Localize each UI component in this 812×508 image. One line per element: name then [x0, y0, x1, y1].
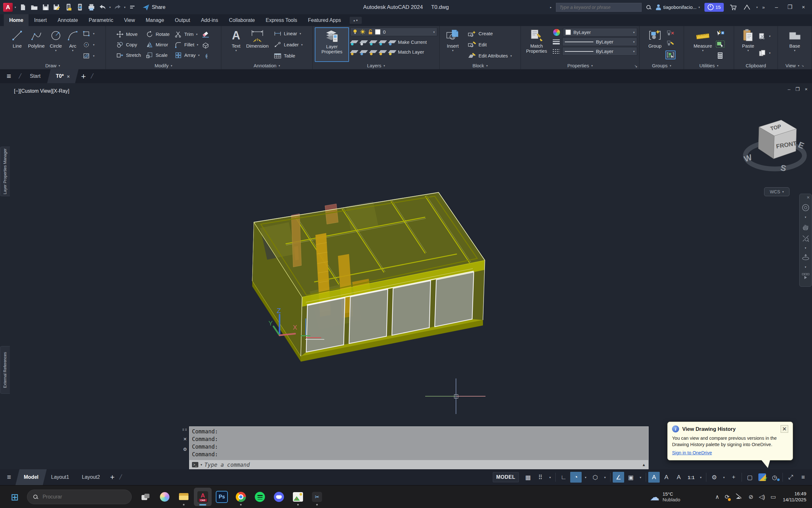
new-drawing-tab-button[interactable]: +: [78, 72, 90, 81]
trim-button[interactable]: Trim▾: [175, 29, 200, 39]
3d-building-model[interactable]: Z Y X: [247, 187, 495, 365]
battery[interactable]: ▭: [770, 494, 776, 500]
workspace-switching[interactable]: ⚙: [709, 472, 720, 482]
command-close-icon[interactable]: ✕: [183, 436, 187, 441]
ribbon-tab[interactable]: Parametric: [84, 14, 119, 26]
file-explorer-app[interactable]: [175, 488, 193, 506]
autodesk-logo-icon[interactable]: [742, 3, 752, 12]
move-button[interactable]: Move: [116, 29, 141, 39]
command-input-row[interactable]: >_ ▾ Type a command ▲: [189, 460, 648, 469]
ribbon-display-toggle[interactable]: ▴▾: [350, 17, 362, 24]
navigation-bar[interactable]: ✕ ▾ ▾ ▾: [799, 194, 812, 287]
spotify-app[interactable]: [251, 488, 269, 506]
polyline-button[interactable]: Polyline: [27, 27, 46, 62]
match-layer-icon[interactable]: [388, 49, 396, 55]
stretch-button[interactable]: Stretch: [116, 50, 141, 60]
chevron-down-icon[interactable]: ▾: [14, 6, 16, 9]
drawing-viewport[interactable]: [−][Custom View][X-Ray] – ❐ × Layer Prop…: [0, 83, 812, 469]
clean-screen[interactable]: ⤢: [785, 472, 797, 482]
layer-off-button[interactable]: [350, 39, 358, 45]
panel-label-block[interactable]: Block▾: [440, 62, 520, 69]
edit-attributes-button[interactable]: Edit Attributes▾: [468, 53, 512, 59]
scale[interactable]: 1:1: [685, 472, 697, 482]
zoom-extents-icon[interactable]: [802, 235, 809, 242]
paste-button[interactable]: Paste ▾: [741, 27, 756, 62]
tray-chevron[interactable]: ∧: [715, 494, 719, 500]
hatch-tool-button[interactable]: ▾: [83, 53, 95, 59]
grid-display[interactable]: ▦: [522, 472, 534, 482]
annotation-scale[interactable]: A: [673, 472, 684, 482]
viewport-restore-icon[interactable]: ❐: [796, 86, 800, 92]
layer-on-button[interactable]: [350, 49, 358, 55]
file-tab-start[interactable]: Start: [21, 69, 49, 83]
edit-block-button[interactable]: Edit: [468, 42, 487, 48]
wcs-selector[interactable]: WCS▾: [764, 187, 790, 196]
discord-app[interactable]: [270, 488, 288, 506]
chrome-app[interactable]: [232, 488, 250, 506]
caret[interactable]: ▾: [698, 472, 704, 482]
ribbon-tab[interactable]: Featured Apps: [303, 14, 346, 26]
panel-label-layers[interactable]: Layers▾: [313, 62, 439, 69]
no-internet[interactable]: ⊘: [749, 494, 753, 500]
taskbar-search[interactable]: [27, 490, 132, 504]
layer-unlock-button[interactable]: [379, 49, 387, 55]
layout-tab[interactable]: Model: [15, 469, 47, 485]
close-button[interactable]: ×: [802, 4, 805, 10]
save-icon[interactable]: [41, 3, 50, 12]
mirror-button[interactable]: Mirror: [146, 39, 170, 50]
circle-button[interactable]: Circle ▾: [49, 27, 63, 62]
autodesk-caret-icon[interactable]: ▾: [756, 6, 758, 9]
rotate-button[interactable]: Rotate: [146, 29, 170, 39]
sync[interactable]: ⟳: [725, 494, 729, 500]
caret[interactable]: ▾: [583, 472, 589, 482]
autocad-logo-icon[interactable]: [3, 3, 13, 12]
dimension-button[interactable]: Dimension: [245, 27, 270, 62]
caret[interactable]: ▾: [547, 472, 553, 482]
undo-caret-icon[interactable]: ▾: [109, 6, 111, 9]
photoshop-app[interactable]: [213, 488, 231, 506]
viewport-minimize-icon[interactable]: –: [787, 86, 790, 92]
file-tab-t0[interactable]: T0*×: [47, 69, 78, 83]
sep[interactable]: [646, 473, 646, 482]
panel-label-modify[interactable]: Modify▾: [106, 62, 221, 69]
quick-select-button[interactable]: [716, 30, 724, 37]
insert-button[interactable]: Insert ▾: [442, 27, 464, 62]
sep[interactable]: [742, 473, 742, 482]
undo-icon[interactable]: [98, 3, 107, 12]
notification-close-button[interactable]: ✕: [780, 425, 788, 433]
properties-expand-icon[interactable]: ↘: [634, 64, 637, 68]
customize-toolbar-icon[interactable]: [128, 3, 137, 12]
viewport-close-icon[interactable]: ×: [805, 86, 808, 92]
ortho-mode[interactable]: ∟: [558, 472, 569, 482]
group-edit-button[interactable]: [667, 40, 674, 46]
panel-label-clipboard[interactable]: Clipboard: [734, 62, 777, 69]
fillet-button[interactable]: Fillet▾: [175, 39, 200, 50]
app-store-cart-icon[interactable]: [728, 3, 738, 12]
new-file-icon[interactable]: [18, 3, 28, 12]
command-input[interactable]: Type a command: [204, 462, 640, 468]
object-color-dropdown[interactable]: ByLayer ▾: [563, 28, 637, 37]
match-layer-button[interactable]: Match Layer: [398, 49, 424, 55]
ribbon-tab[interactable]: Collaborate: [223, 14, 260, 26]
file-tab-menu-icon[interactable]: ≡: [0, 69, 18, 83]
image-editor-app[interactable]: [289, 488, 307, 506]
explode-button[interactable]: [202, 42, 209, 49]
task-view-app[interactable]: [137, 488, 154, 506]
layer-thaw-button[interactable]: [369, 49, 377, 55]
navbar-close-icon[interactable]: ✕: [807, 195, 810, 200]
ribbon-tab[interactable]: Annotate: [52, 14, 83, 26]
table-button[interactable]: Table: [274, 53, 295, 59]
layer-lock-button[interactable]: [379, 39, 387, 45]
command-window-grip[interactable]: ⠿⠿ ✕ ⚙: [181, 426, 189, 470]
sep[interactable]: [610, 473, 611, 482]
keyword-search-input[interactable]: [556, 5, 641, 10]
open-folder-icon[interactable]: [30, 3, 39, 12]
annotation-visibility[interactable]: A: [648, 472, 660, 482]
layout-tab[interactable]: Layout1: [43, 469, 78, 485]
restore-button[interactable]: ❐: [787, 4, 792, 10]
layer-isolate-button[interactable]: [360, 39, 368, 45]
measure-button[interactable]: Measure ▾: [692, 27, 713, 62]
command-wrench-icon[interactable]: ⚙: [183, 447, 187, 452]
model-space-badge[interactable]: MODEL: [493, 472, 519, 482]
layout-menu-icon[interactable]: ≡: [0, 473, 17, 481]
